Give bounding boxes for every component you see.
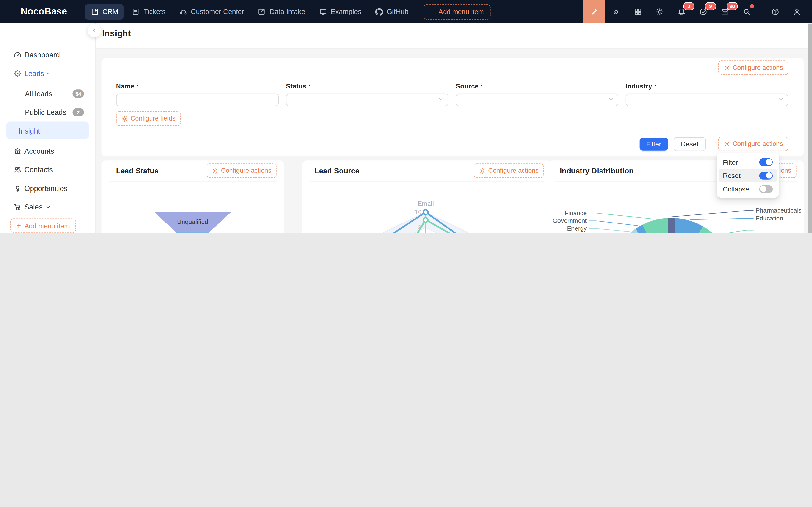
sidebar-item-dashboard[interactable]: Dashboard xyxy=(0,46,95,64)
filter-configure-actions-button[interactable]: Configure actions xyxy=(718,60,788,75)
filter-action-row: Filter Reset Configure actions xyxy=(640,137,788,151)
settings-button[interactable] xyxy=(649,0,671,23)
app-root: NocoBase CRM Tickets Customer Center Dat… xyxy=(0,0,812,232)
sidebar-item-sales[interactable]: Sales xyxy=(0,198,95,216)
highlighter-icon xyxy=(590,8,598,16)
book-icon xyxy=(91,8,99,16)
lead-source-radar-chart: 0246810EmailnullWebPurchased ListPhone I… xyxy=(302,181,551,232)
nav-tab-examples[interactable]: Examples xyxy=(313,4,367,19)
grid-icon xyxy=(634,8,642,16)
gear-icon xyxy=(656,8,664,16)
lead-source-block: Lead Source Configure actions 0246810Ema… xyxy=(302,160,551,232)
gear-icon xyxy=(121,115,128,122)
alert-dot xyxy=(750,4,754,8)
chevron-down-icon xyxy=(439,97,444,102)
gauge-icon xyxy=(13,51,22,59)
edit-square-icon xyxy=(258,8,266,16)
menu-item-reset[interactable]: Reset xyxy=(719,169,777,182)
sidebar-add-menu-item-button[interactable]: Add menu item xyxy=(10,218,76,232)
gear-icon xyxy=(723,140,730,147)
nav-tab-github[interactable]: GitHub xyxy=(369,4,414,19)
configure-actions-menu: Filter Reset Collapse xyxy=(717,153,779,198)
sidebar: Dashboard Leads All leads54 Public Leads… xyxy=(0,23,96,232)
svg-text:Unqualified: Unqualified xyxy=(177,218,208,225)
name-input[interactable] xyxy=(116,94,279,106)
navbar-right-tools: 3 9 98 xyxy=(583,0,808,23)
plugin-manager-button[interactable] xyxy=(605,0,627,23)
nav-add-menu-item-button[interactable]: Add menu item xyxy=(423,4,491,19)
svg-text:Pharmaceuticals: Pharmaceuticals xyxy=(756,207,801,214)
sidebar-item-insight[interactable]: Insight xyxy=(0,122,95,140)
chevron-down-icon xyxy=(13,167,83,172)
source-select[interactable] xyxy=(456,94,618,106)
menu-item-filter[interactable]: Filter xyxy=(719,155,777,169)
ticket-icon xyxy=(132,8,140,16)
workspace-grid-button[interactable] xyxy=(627,0,649,23)
sidebar-item-opportunities[interactable]: Opportunities xyxy=(0,179,95,198)
menu-item-collapse[interactable]: Collapse xyxy=(719,182,777,196)
user-avatar-button[interactable] xyxy=(786,0,808,23)
sidebar-item-contacts[interactable]: Contacts xyxy=(0,160,95,179)
lead-source-configure-actions-button[interactable]: Configure actions xyxy=(474,163,544,178)
filter-button[interactable]: Filter xyxy=(640,137,668,151)
magnifier-icon xyxy=(743,8,751,16)
industry-select[interactable] xyxy=(626,94,788,106)
configure-fields-button[interactable]: Configure fields xyxy=(116,111,181,126)
lead-status-block: Lead Status Configure actions Unqualifie… xyxy=(101,160,284,232)
svg-text:Government: Government xyxy=(553,217,587,224)
chevron-down-icon xyxy=(609,97,614,102)
reset-button[interactable]: Reset xyxy=(673,137,706,151)
block-title: Lead Status xyxy=(116,167,159,175)
svg-text:Finance: Finance xyxy=(565,210,587,217)
github-icon xyxy=(375,8,383,16)
chevron-down-icon xyxy=(13,205,83,210)
plus-icon xyxy=(16,223,21,228)
svg-text:Education: Education xyxy=(756,215,783,222)
reset-toggle[interactable] xyxy=(759,172,773,179)
field-name: Name xyxy=(116,82,279,106)
ui-editor-button[interactable] xyxy=(583,0,605,23)
sidebar-item-leads[interactable]: Leads xyxy=(0,64,95,83)
scrollbar-thumb[interactable] xyxy=(808,24,812,232)
notifications-button[interactable]: 3 xyxy=(671,0,693,23)
lead-status-funnel-chart: UnqualifiedInterest CultivationInitial C… xyxy=(101,181,284,232)
monitor-icon xyxy=(319,8,327,16)
gear-icon xyxy=(479,168,486,174)
nav-tab-crm[interactable]: CRM xyxy=(85,4,124,19)
chevron-left-icon xyxy=(92,28,97,33)
svg-text:Email: Email xyxy=(418,200,434,207)
help-button[interactable] xyxy=(764,0,786,23)
sidebar-collapse-button[interactable] xyxy=(88,24,101,37)
nocobase-logo: NocoBase xyxy=(21,6,67,17)
plus-icon xyxy=(430,9,436,14)
filter-toggle[interactable] xyxy=(759,158,773,166)
sidebar-item-all-leads[interactable]: All leads54 xyxy=(0,84,95,103)
navbar-divider xyxy=(761,7,761,16)
count-badge: 54 xyxy=(72,90,84,98)
top-navbar: NocoBase CRM Tickets Customer Center Dat… xyxy=(0,0,812,23)
collapse-toggle[interactable] xyxy=(759,185,773,193)
search-button[interactable] xyxy=(736,0,758,23)
block-title: Industry Distribution xyxy=(560,167,634,175)
lead-status-configure-actions-button[interactable]: Configure actions xyxy=(207,163,276,178)
chevron-down-icon xyxy=(778,97,783,102)
actions-configure-actions-button[interactable]: Configure actions xyxy=(718,137,788,151)
field-status: Status xyxy=(286,82,449,106)
page-header xyxy=(95,23,812,49)
filter-form-block: Configure actions Name Status Source Ind… xyxy=(101,58,804,156)
chevron-down-icon xyxy=(13,186,83,191)
status-select[interactable] xyxy=(286,94,449,106)
chevron-down-icon xyxy=(13,149,83,154)
headset-icon xyxy=(179,8,187,16)
sidebar-item-accounts[interactable]: Accounts xyxy=(0,142,95,161)
sidebar-item-public-leads[interactable]: Public Leads2 xyxy=(0,103,95,122)
gear-icon xyxy=(723,64,730,71)
field-industry: Industry xyxy=(626,82,788,106)
nav-tab-customer-center[interactable]: Customer Center xyxy=(173,4,250,19)
nav-tab-tickets[interactable]: Tickets xyxy=(126,4,171,19)
nav-tab-data-intake[interactable]: Data Intake xyxy=(252,4,311,19)
messages-button[interactable]: 98 xyxy=(714,0,736,23)
svg-text:10: 10 xyxy=(414,209,421,216)
gear-icon xyxy=(211,168,218,174)
tasks-button[interactable]: 9 xyxy=(692,0,714,23)
